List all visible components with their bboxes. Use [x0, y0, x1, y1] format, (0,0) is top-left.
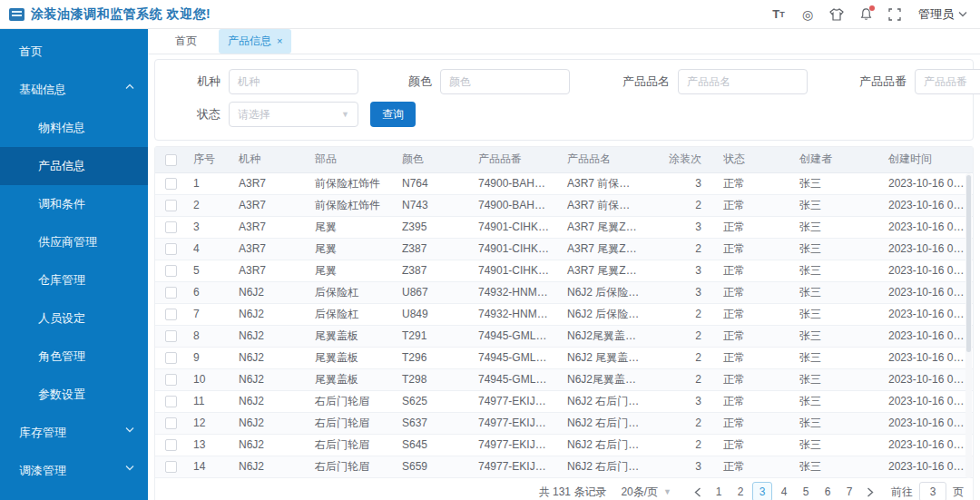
- sidebar-item-param-settings[interactable]: 参数设置: [0, 376, 148, 414]
- sidebar-item-personnel[interactable]: 人员设定: [0, 299, 148, 338]
- row-checkbox[interactable]: [165, 374, 177, 386]
- sidebar-item-product-info[interactable]: 产品信息: [0, 147, 148, 185]
- table-row[interactable]: 3A3R7尾翼Z39574901-CIHK00...A3R7 尾翼Z395...…: [155, 216, 973, 238]
- field-label: 颜色: [408, 74, 432, 90]
- table-cell: 3: [647, 456, 716, 477]
- table-row[interactable]: 4A3R7尾翼Z38774901-CIHK00...A3R7 尾翼Z387...…: [155, 238, 973, 260]
- table-cell: 74901-CIHK00...: [471, 216, 560, 238]
- table-row[interactable]: 2A3R7前保险杠饰件N74374900-BAHG00...A3R7 前保险杠.…: [155, 194, 973, 216]
- table-cell: 正常: [716, 281, 792, 303]
- notification-bell-icon[interactable]: [853, 4, 878, 25]
- font-size-icon[interactable]: TT: [766, 4, 791, 25]
- goto-page-input[interactable]: [919, 482, 946, 500]
- table-cell: 11: [186, 390, 231, 412]
- record-count: 共 131 条记录: [539, 485, 607, 500]
- page-button-3[interactable]: 3: [752, 482, 772, 500]
- table-row[interactable]: 10N6J2尾翼盖板T29874945-GMLO0...N6J2尾翼盖板...2…: [155, 368, 973, 390]
- table-row[interactable]: 7N6J2后保险杠U84974932-HNMP0...N6J2 后保险杠...2…: [155, 303, 973, 325]
- sidebar-item-material-info[interactable]: 物料信息: [0, 109, 148, 147]
- table-cell: 74901-CIHK00...: [471, 238, 560, 260]
- sidebar-item-label: 调漆管理: [19, 464, 66, 477]
- table-cell: 74900-BAHG00...: [471, 194, 560, 216]
- table-cell: 2: [647, 194, 716, 216]
- field-placeholder: 机种: [238, 74, 260, 90]
- row-checkbox[interactable]: [165, 461, 177, 473]
- scrollbar-thumb[interactable]: [966, 175, 971, 352]
- sidebar-item-paint-mix-mgmt[interactable]: 调漆管理: [0, 452, 148, 490]
- field-placeholder: 颜色: [449, 74, 471, 90]
- page-size-select[interactable]: 20条/页 ▼: [621, 485, 671, 500]
- app-logo-icon: [9, 8, 24, 21]
- table-cell: N743: [395, 194, 471, 216]
- page-button-4[interactable]: 4: [774, 482, 794, 500]
- theme-shirt-icon[interactable]: [824, 4, 849, 25]
- table-row[interactable]: 13N6J2右后门轮眉S64574977-EKIJM0...N6J2 右后门轮.…: [155, 434, 973, 456]
- sidebar-item-warehouse-mgmt[interactable]: 仓库管理: [0, 261, 148, 299]
- sidebar-item-base-info[interactable]: 基础信息: [0, 71, 148, 109]
- prev-page-button[interactable]: [688, 482, 708, 500]
- table-row[interactable]: 11N6J2右后门轮眉S62574977-EKIJM0...N6J2 右后门轮.…: [155, 390, 973, 412]
- page-button-6[interactable]: 6: [818, 482, 838, 500]
- color-input[interactable]: 颜色: [440, 69, 570, 94]
- machine-type-input[interactable]: 机种: [229, 69, 358, 94]
- table-cell: 张三: [792, 325, 881, 347]
- sidebar-item-blend-condition[interactable]: 调和条件: [0, 185, 148, 223]
- page-button-5[interactable]: 5: [796, 482, 816, 500]
- table-scrollbar[interactable]: [965, 173, 972, 478]
- tab-product-info[interactable]: 产品信息×: [219, 29, 291, 54]
- row-checkbox[interactable]: [165, 287, 177, 299]
- row-checkbox-cell: [155, 172, 186, 194]
- table-row[interactable]: 8N6J2尾翼盖板T29174945-GMLO0...N6J2尾翼盖板...2正…: [155, 325, 973, 347]
- table-cell: 正常: [716, 325, 792, 347]
- table-cell: 张三: [792, 194, 881, 216]
- table-row[interactable]: 12N6J2右后门轮眉S63774977-EKIJM0...N6J2 右后门轮.…: [155, 412, 973, 434]
- row-checkbox[interactable]: [165, 309, 177, 320]
- page-button-1[interactable]: 1: [709, 482, 729, 500]
- table-cell: 5: [186, 260, 231, 281]
- table-cell: 正常: [716, 260, 792, 281]
- row-checkbox[interactable]: [165, 265, 177, 277]
- row-checkbox[interactable]: [165, 200, 177, 211]
- row-checkbox-cell: [155, 412, 186, 434]
- table-cell: 2: [647, 325, 716, 347]
- field-placeholder: 产品品名: [687, 74, 730, 90]
- row-checkbox[interactable]: [165, 178, 177, 190]
- product-no-input[interactable]: 产品品番: [915, 69, 980, 94]
- product-name-input[interactable]: 产品品名: [678, 69, 808, 94]
- status-select[interactable]: 请选择 ▼: [229, 102, 358, 127]
- table-row[interactable]: 1A3R7前保险杠饰件N76474900-BAHG00...A3R7 前保险杠.…: [155, 172, 973, 194]
- column-header: 产品品名: [560, 147, 647, 172]
- table-cell: 3: [186, 216, 231, 238]
- tab-close-icon[interactable]: ×: [277, 36, 282, 46]
- row-checkbox[interactable]: [165, 243, 177, 255]
- table-row[interactable]: 14N6J2右后门轮眉S65974977-EKIJM0...N6J2 右后门轮.…: [155, 456, 973, 477]
- select-all-checkbox[interactable]: [165, 154, 177, 166]
- row-checkbox[interactable]: [165, 352, 177, 364]
- row-checkbox[interactable]: [165, 330, 177, 342]
- sidebar-item-supplier-mgmt[interactable]: 供应商管理: [0, 223, 148, 261]
- query-button[interactable]: 查询: [370, 102, 416, 127]
- row-checkbox[interactable]: [165, 439, 177, 451]
- table-row[interactable]: 9N6J2尾翼盖板T29674945-GMLO0...N6J2 尾翼盖板...2…: [155, 347, 973, 368]
- row-checkbox[interactable]: [165, 221, 177, 233]
- row-checkbox-cell: [155, 390, 186, 412]
- tab-home[interactable]: 首页: [166, 29, 206, 54]
- table-row[interactable]: 5A3R7尾翼Z38774901-CIHK00...A3R7 尾翼Z387...…: [155, 260, 973, 281]
- row-checkbox[interactable]: [165, 417, 177, 429]
- row-checkbox[interactable]: [165, 396, 177, 407]
- next-page-button[interactable]: [860, 482, 880, 500]
- table-cell: Z387: [395, 238, 471, 260]
- target-icon[interactable]: ◎: [795, 4, 820, 25]
- table-row[interactable]: 6N6J2后保险杠U86774932-HNMP0...N6J2 后保险杠...3…: [155, 281, 973, 303]
- table-cell: N6J2: [231, 412, 308, 434]
- sidebar-item-role-mgmt[interactable]: 角色管理: [0, 338, 148, 376]
- sidebar-item-inventory-mgmt[interactable]: 库存管理: [0, 414, 148, 452]
- chevron-up-icon: [125, 83, 134, 90]
- user-menu[interactable]: 管理员: [918, 6, 967, 23]
- page-button-7[interactable]: 7: [839, 482, 859, 500]
- page-button-2[interactable]: 2: [730, 482, 750, 500]
- column-header: 序号: [186, 147, 231, 172]
- field-label: 机种: [197, 74, 220, 90]
- fullscreen-icon[interactable]: [882, 4, 907, 25]
- sidebar-item-home[interactable]: 首页: [0, 33, 148, 71]
